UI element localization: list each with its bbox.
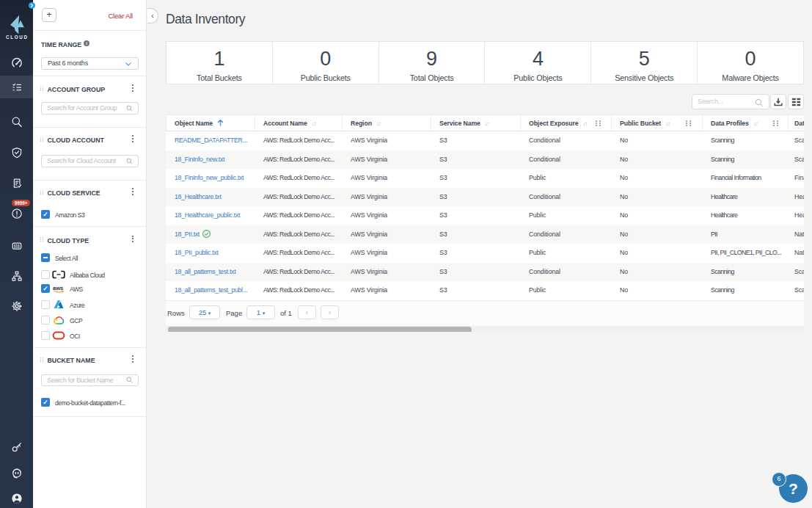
svg-text:aws: aws xyxy=(53,284,63,291)
